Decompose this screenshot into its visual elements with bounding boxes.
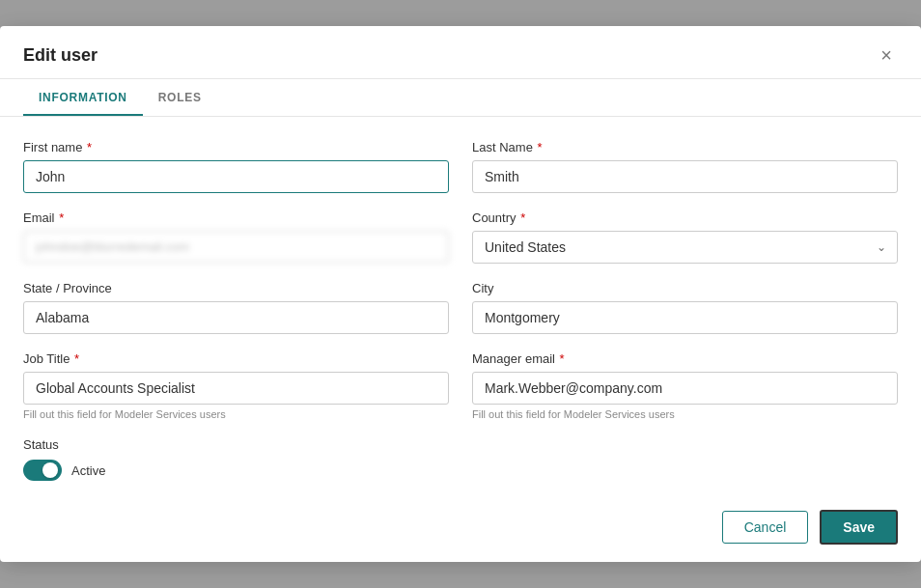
job-title-label: Job Title * — [23, 351, 449, 366]
job-title-group: Job Title * Fill out this field for Mode… — [23, 351, 449, 420]
last-name-group: Last Name * — [472, 140, 898, 193]
job-title-hint: Fill out this field for Modeler Services… — [23, 408, 449, 420]
edit-user-modal: Edit user × INFORMATION ROLES First name… — [0, 26, 921, 562]
cancel-button[interactable]: Cancel — [722, 511, 809, 544]
modal-footer: Cancel Save — [0, 496, 921, 562]
country-select[interactable]: United States Canada United Kingdom — [472, 231, 898, 264]
close-button[interactable]: × — [875, 43, 898, 67]
toggle-row: Active — [23, 460, 898, 481]
status-active-text: Active — [71, 463, 105, 478]
form-row-email-country: Email * Country * United States Canada U… — [23, 210, 898, 264]
email-label: Email * — [23, 210, 449, 225]
form-row-job-manager: Job Title * Fill out this field for Mode… — [23, 351, 898, 420]
country-group: Country * United States Canada United Ki… — [472, 210, 898, 264]
city-group: City — [472, 281, 898, 334]
first-name-label: First name * — [23, 140, 449, 154]
tab-information[interactable]: INFORMATION — [23, 79, 143, 116]
job-title-input[interactable] — [23, 372, 449, 405]
status-label: Status — [23, 437, 898, 452]
last-name-label: Last Name * — [472, 140, 898, 154]
save-button[interactable]: Save — [820, 510, 898, 545]
state-input[interactable] — [23, 301, 449, 334]
form-row-state-city: State / Province City — [23, 281, 898, 334]
manager-email-input[interactable] — [472, 372, 898, 405]
tabs-container: INFORMATION ROLES — [0, 79, 921, 117]
manager-email-hint: Fill out this field for Modeler Services… — [472, 408, 898, 420]
status-toggle[interactable] — [23, 460, 62, 481]
email-group: Email * — [23, 210, 449, 264]
toggle-thumb — [42, 462, 58, 478]
last-name-input[interactable] — [472, 160, 898, 193]
state-group: State / Province — [23, 281, 449, 334]
manager-email-group: Manager email * Fill out this field for … — [472, 351, 898, 420]
state-label: State / Province — [23, 281, 449, 295]
first-name-input[interactable] — [23, 160, 449, 193]
first-name-group: First name * — [23, 140, 449, 193]
tab-roles[interactable]: ROLES — [143, 79, 217, 116]
manager-email-label: Manager email * — [472, 351, 898, 366]
modal-header: Edit user × — [0, 26, 921, 79]
status-section: Status Active — [23, 437, 898, 481]
email-input[interactable] — [23, 231, 449, 263]
modal-overlay: Edit user × INFORMATION ROLES First name… — [0, 0, 921, 588]
modal-body: First name * Last Name * Email * — [0, 117, 921, 496]
modal-title: Edit user — [23, 45, 98, 66]
city-label: City — [472, 281, 898, 295]
country-label: Country * — [472, 210, 898, 225]
form-row-name: First name * Last Name * — [23, 140, 898, 193]
country-select-wrapper: United States Canada United Kingdom ⌄ — [472, 231, 898, 264]
city-input[interactable] — [472, 301, 898, 334]
